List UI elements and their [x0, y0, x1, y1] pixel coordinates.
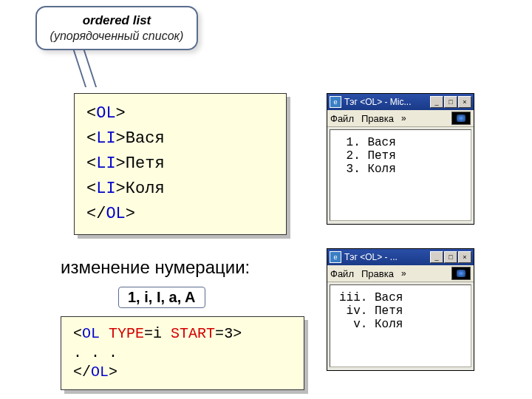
close-button[interactable]: × — [458, 251, 471, 263]
code-box-2: <OL TYPE=i START=3> . . . </OL> — [61, 316, 304, 390]
code1-item1: Вася — [126, 129, 165, 148]
list-item: v. Коля — [339, 318, 462, 331]
callout-box: ordered list (упорядоченный список) — [35, 6, 198, 50]
maximize-button[interactable]: □ — [444, 251, 457, 263]
throbber-icon — [451, 112, 471, 125]
callout-title: ordered list — [46, 13, 188, 28]
list-item: 1. Вася — [339, 136, 462, 149]
code2-ellipsis: . . . — [73, 344, 292, 363]
numbering-types-badge: 1, i, I, a, A — [118, 287, 205, 308]
menu-more-icon[interactable]: » — [401, 268, 406, 279]
browser-window-2: e Тэг <OL> - ... _ □ × Файл Правка » iii… — [327, 248, 474, 371]
menu-file[interactable]: Файл — [330, 268, 354, 279]
menu-edit[interactable]: Правка — [361, 113, 394, 124]
throbber-icon — [451, 267, 471, 280]
menu-file[interactable]: Файл — [330, 113, 354, 124]
app-icon: e — [330, 251, 341, 263]
section-label: изменение нумерации: — [61, 257, 250, 278]
maximize-button[interactable]: □ — [444, 96, 457, 108]
list-item: iv. Петя — [339, 304, 462, 318]
window-title-1: Тэг <OL> - Mic... — [344, 97, 427, 107]
close-button[interactable]: × — [458, 96, 471, 108]
callout-subtitle: (упорядоченный список) — [46, 30, 188, 43]
browser-window-1: e Тэг <OL> - Mic... _ □ × Файл Правка » … — [327, 93, 474, 225]
list-item: 2. Петя — [339, 149, 462, 163]
menubar-2: Файл Правка » — [327, 265, 474, 282]
attr-start: START — [171, 325, 215, 342]
menubar-1: Файл Правка » — [327, 110, 474, 127]
window-content-1: 1. Вася 2. Петя 3. Коля — [330, 129, 471, 221]
window-content-2: iii. Вася iv. Петя v. Коля — [330, 284, 471, 367]
menu-more-icon[interactable]: » — [401, 113, 406, 123]
list-item: iii. Вася — [339, 291, 462, 304]
minimize-button[interactable]: _ — [430, 96, 443, 108]
code-box-1: <OL> <LI>Вася <LI>Петя <LI>Коля </OL> — [74, 93, 287, 235]
titlebar-2: e Тэг <OL> - ... _ □ × — [327, 249, 474, 265]
window-title-2: Тэг <OL> - ... — [344, 252, 427, 262]
attr-type: TYPE — [109, 325, 144, 342]
code1-item3: Коля — [126, 180, 165, 198]
app-icon: e — [330, 96, 341, 108]
list-item: 3. Коля — [339, 163, 462, 176]
menu-edit[interactable]: Правка — [361, 268, 394, 279]
minimize-button[interactable]: _ — [430, 251, 443, 263]
code1-item2: Петя — [126, 154, 165, 173]
titlebar-1: e Тэг <OL> - Mic... _ □ × — [327, 94, 474, 110]
